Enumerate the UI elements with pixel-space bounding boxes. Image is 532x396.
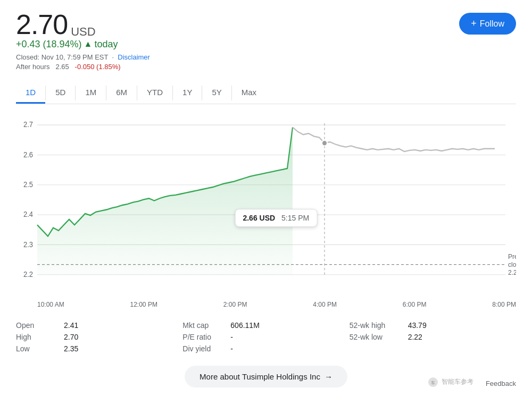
- after-hours-label: After hours: [16, 63, 50, 71]
- open-value: 2.41: [64, 321, 78, 330]
- x-label-2000: 8:00 PM: [492, 301, 516, 308]
- high-value: 2.70: [64, 333, 78, 341]
- arrow-up-icon: ▲: [84, 39, 93, 49]
- more-button[interactable]: More about Tusimple Holdings Inc →: [185, 366, 347, 387]
- chart-tooltip: 2.66 USD 5:15 PM: [235, 209, 317, 227]
- tab-5d[interactable]: 5D: [46, 82, 75, 104]
- after-hours-price: 2.65: [55, 63, 69, 71]
- svg-marker-13: [37, 127, 293, 274]
- stat-group-3: 52-wk high 43.79 52-wk low 2.22: [350, 321, 516, 353]
- stat-high: High 2.70: [16, 333, 182, 341]
- tab-1y[interactable]: 1Y: [173, 82, 202, 104]
- svg-text:2.3: 2.3: [23, 240, 33, 248]
- closed-label: Closed: Nov 10, 7:59 PM EST: [16, 53, 108, 61]
- low-label: Low: [16, 344, 64, 353]
- more-arrow-icon: →: [325, 372, 332, 381]
- pe-label: P/E ratio: [182, 333, 230, 341]
- svg-text:2.5: 2.5: [23, 180, 33, 188]
- x-axis-labels: 10:00 AM 12:00 PM 2:00 PM 4:00 PM 6:00 P…: [16, 301, 516, 308]
- x-label-1400: 2:00 PM: [223, 301, 247, 308]
- mktcap-label: Mkt cap: [182, 321, 230, 330]
- x-label-1200: 12:00 PM: [130, 301, 157, 308]
- tab-6m[interactable]: 6M: [106, 82, 137, 104]
- disclaimer-link[interactable]: Disclaimer: [118, 53, 150, 61]
- tab-1m[interactable]: 1M: [76, 82, 106, 104]
- x-label-1000: 10:00 AM: [37, 301, 64, 308]
- div-value: -: [230, 344, 233, 353]
- svg-point-15: [322, 140, 327, 146]
- 52wk-high-label: 52-wk high: [350, 321, 408, 330]
- follow-label: Follow: [480, 19, 504, 29]
- bottom-row: More about Tusimple Holdings Inc → 车 智能车…: [16, 366, 516, 387]
- svg-text:close: close: [508, 260, 516, 268]
- low-value: 2.35: [64, 344, 78, 353]
- currency-label: USD: [71, 25, 95, 38]
- svg-text:车: 车: [431, 381, 435, 385]
- stock-chart[interactable]: 2.7 2.6 2.5 2.4 2.3 2.2: [16, 115, 516, 296]
- svg-text:2.27: 2.27: [508, 268, 516, 276]
- tooltip-price: 2.66 USD: [243, 214, 275, 222]
- tabs-row: 1D 5D 1M 6M YTD 1Y 5Y Max: [16, 82, 516, 104]
- 52wk-low-value: 2.22: [408, 333, 422, 341]
- watermark-icon: 车: [428, 377, 438, 387]
- pe-value: -: [230, 333, 233, 341]
- more-label: More about Tusimple Holdings Inc: [200, 372, 320, 381]
- tab-max[interactable]: Max: [232, 82, 266, 104]
- stat-group-1: Open 2.41 High 2.70 Low 2.35: [16, 321, 182, 353]
- plus-icon: +: [471, 18, 477, 29]
- stock-price: 2.70: [16, 9, 68, 40]
- 52wk-low-label: 52-wk low: [350, 333, 408, 341]
- stats-grid: Open 2.41 High 2.70 Low 2.35 Mkt cap 606…: [16, 321, 516, 353]
- svg-text:2.7: 2.7: [23, 121, 33, 129]
- 52wk-high-value: 43.79: [408, 321, 427, 330]
- chart-svg: 2.7 2.6 2.5 2.4 2.3 2.2: [16, 115, 516, 296]
- tab-ytd[interactable]: YTD: [137, 82, 172, 104]
- tab-1d[interactable]: 1D: [16, 82, 45, 104]
- mktcap-value: 606.11M: [230, 321, 259, 330]
- tab-5y[interactable]: 5Y: [202, 82, 231, 104]
- tooltip-time: 5:15 PM: [281, 214, 309, 222]
- stat-div: Div yield -: [182, 344, 349, 353]
- x-label-1600: 4:00 PM: [313, 301, 337, 308]
- svg-text:2.6: 2.6: [23, 150, 33, 158]
- after-hours-change: -0.050 (1.85%): [75, 63, 121, 71]
- stat-low: Low 2.35: [16, 344, 182, 353]
- high-label: High: [16, 333, 64, 341]
- stat-52wk-low: 52-wk low 2.22: [350, 333, 516, 341]
- feedback-label[interactable]: Feedback: [486, 380, 516, 387]
- period-label: today: [94, 39, 118, 50]
- stat-mktcap: Mkt cap 606.11M: [182, 321, 349, 330]
- price-change: +0.43 (18.94%): [16, 39, 82, 50]
- svg-text:Previous: Previous: [508, 252, 516, 260]
- stat-open: Open 2.41: [16, 321, 182, 330]
- svg-text:2.4: 2.4: [23, 210, 34, 218]
- stat-pe: P/E ratio -: [182, 333, 349, 341]
- stat-52wk-high: 52-wk high 43.79: [350, 321, 516, 330]
- open-label: Open: [16, 321, 64, 330]
- x-label-1800: 6:00 PM: [403, 301, 427, 308]
- svg-text:2.2: 2.2: [23, 270, 33, 278]
- div-label: Div yield: [182, 344, 230, 353]
- watermark-text: 智能车参考: [442, 377, 473, 386]
- follow-button[interactable]: + Follow: [459, 13, 516, 35]
- stat-group-2: Mkt cap 606.11M P/E ratio - Div yield -: [182, 321, 349, 353]
